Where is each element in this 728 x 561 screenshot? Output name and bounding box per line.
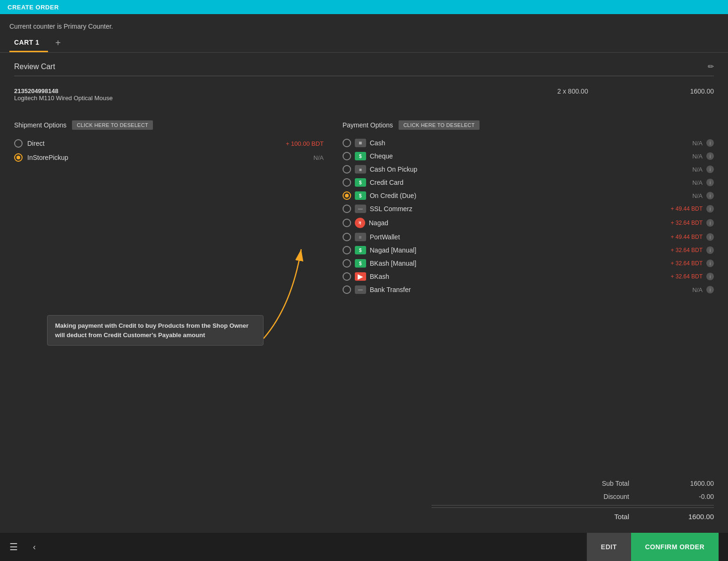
bottom-left: ☰ ‹ (9, 540, 41, 554)
cc-icon: $ (355, 178, 366, 187)
payment-label-oncredit: On Credit (Due) (370, 192, 680, 199)
payment-option-ssl[interactable]: — SSL Commerz + 49.44 BDT i (343, 202, 714, 215)
total-label: Total (614, 513, 629, 521)
payment-option-bkash-manual[interactable]: $ BKash [Manual] + 32.64 BDT i (343, 257, 714, 270)
shipment-radio-direct[interactable] (14, 139, 23, 148)
payment-option-nagad-manual[interactable]: $ Nagad [Manual] + 32.64 BDT i (343, 244, 714, 257)
payment-label-cash: Cash (370, 139, 680, 147)
discount-label: Discount (604, 493, 629, 500)
total-value: 1600.00 (657, 513, 714, 521)
payment-radio-cc[interactable] (343, 178, 351, 187)
payment-radio-nagad-manual[interactable] (343, 246, 351, 254)
payment-price-nagad: + 32.64 BDT (660, 220, 703, 226)
shipment-label-instorepickup: InStorePickup (27, 154, 291, 161)
bank-info-icon[interactable]: i (706, 286, 714, 293)
cart-item-qty: 2 x 800.00 (526, 87, 620, 95)
payment-option-bank[interactable]: — Bank Transfer N/A i (343, 283, 714, 296)
review-cart-header: Review Cart ✏ (14, 62, 714, 76)
payment-option-cash[interactable]: ■ Cash N/A i (343, 136, 714, 150)
payment-label-cop: Cash On Pickup (370, 166, 680, 173)
tab-cart1[interactable]: CART 1 (9, 34, 48, 52)
portwallet-info-icon[interactable]: i (706, 233, 714, 241)
tab-add-button[interactable]: + (52, 36, 65, 50)
confirm-order-button[interactable]: CONFIRM ORDER (631, 533, 719, 561)
shipment-label-direct: Direct (27, 140, 263, 147)
payment-label-cheque: Cheque (370, 152, 680, 160)
tooltip-box: Making payment with Credit to buy Produc… (47, 315, 264, 346)
cheque-icon: $ (355, 152, 366, 160)
options-section: Shipment Options CLICK HERE TO DESELECT … (14, 120, 714, 296)
payment-title: Payment Options (343, 121, 393, 129)
payment-radio-cop[interactable] (343, 165, 351, 174)
discount-value: -0.00 (657, 493, 714, 500)
shipment-deselect-button[interactable]: CLICK HERE TO DESELECT (72, 120, 153, 130)
payment-option-oncredit[interactable]: $ On Credit (Due) N/A i (343, 189, 714, 202)
payment-radio-nagad[interactable] (343, 219, 351, 227)
payment-option-nagad[interactable]: ন Nagad + 32.64 BDT i (343, 215, 714, 230)
cash-icon: ■ (355, 139, 366, 147)
payment-radio-bank[interactable] (343, 285, 351, 294)
payment-radio-cheque[interactable] (343, 152, 351, 160)
payment-label-cc: Credit Card (370, 179, 680, 186)
payment-label-nagad-manual: Nagad [Manual] (370, 246, 656, 254)
cart-item-info: 2135204998148 Logitech M110 Wired Optica… (14, 87, 526, 102)
shipment-price-instorepickup: N/A (296, 154, 324, 161)
bottom-bar: ☰ ‹ EDIT CONFIRM ORDER (0, 533, 728, 561)
payment-option-cheque[interactable]: $ Cheque N/A i (343, 150, 714, 163)
payment-price-portwallet: + 49.44 BDT (660, 234, 703, 240)
cart-item-row: 2135204998148 Logitech M110 Wired Optica… (14, 84, 714, 109)
payment-price-ssl: + 49.44 BDT (660, 205, 703, 212)
payment-price-bkash-manual: + 32.64 BDT (660, 260, 703, 267)
payment-radio-bkash[interactable] (343, 272, 351, 281)
shipment-title: Shipment Options (14, 121, 66, 129)
top-bar: CREATE ORDER (0, 0, 728, 14)
shipment-header: Shipment Options CLICK HERE TO DESELECT (14, 120, 324, 130)
ssl-icon: — (355, 205, 366, 213)
payment-radio-oncredit[interactable] (343, 191, 351, 200)
back-icon[interactable]: ‹ (27, 540, 41, 554)
cc-info-icon[interactable]: i (706, 179, 714, 186)
bkash-manual-info-icon[interactable]: i (706, 260, 714, 267)
cheque-info-icon[interactable]: i (706, 152, 714, 160)
bottom-right: EDIT CONFIRM ORDER (587, 533, 719, 561)
subtotal-label: Sub Total (602, 480, 629, 487)
payment-radio-portwallet[interactable] (343, 233, 351, 241)
bkash-manual-icon: $ (355, 259, 366, 268)
payment-label-bank: Bank Transfer (370, 286, 680, 293)
payment-label-ssl: SSL Commerz (370, 205, 656, 213)
shipment-section: Shipment Options CLICK HERE TO DESELECT … (14, 120, 324, 296)
ssl-info-icon[interactable]: i (706, 205, 714, 213)
payment-option-cc[interactable]: $ Credit Card N/A i (343, 176, 714, 189)
payment-option-bkash[interactable]: ▶ BKash + 32.64 BDT i (343, 270, 714, 283)
cash-info-icon[interactable]: i (706, 139, 714, 147)
shipment-option-instorepickup[interactable]: InStorePickup N/A (14, 150, 324, 165)
payment-radio-bkash-manual[interactable] (343, 259, 351, 268)
tab-cart1-label: CART 1 (14, 39, 40, 46)
total-row: Total 1600.00 (432, 507, 714, 523)
cop-info-icon[interactable]: i (706, 166, 714, 173)
payment-radio-ssl[interactable] (343, 205, 351, 213)
payment-label-portwallet: PortWallet (370, 233, 656, 241)
payment-label-bkash-manual: BKash [Manual] (370, 260, 656, 267)
nagad-manual-info-icon[interactable]: i (706, 246, 714, 254)
oncredit-info-icon[interactable]: i (706, 192, 714, 199)
payment-option-portwallet[interactable]: ≡ PortWallet + 49.44 BDT i (343, 230, 714, 244)
nagad-info-icon[interactable]: i (706, 219, 714, 227)
cart-item-name: Logitech M110 Wired Optical Mouse (14, 95, 526, 102)
bkash-info-icon[interactable]: i (706, 273, 714, 280)
cop-icon: ■ (355, 165, 366, 174)
payment-header: Payment Options CLICK HERE TO DESELECT (343, 120, 714, 130)
payment-radio-cash[interactable] (343, 139, 351, 147)
tab-bar: CART 1 + (0, 34, 728, 53)
payment-option-cop[interactable]: ■ Cash On Pickup N/A i (343, 163, 714, 176)
shipment-radio-instorepickup[interactable] (14, 153, 23, 162)
payment-price-nagad-manual: + 32.64 BDT (660, 247, 703, 253)
payment-deselect-button[interactable]: CLICK HERE TO DESELECT (399, 120, 480, 130)
tooltip-text: Making payment with Credit to buy Produc… (55, 322, 248, 339)
payment-label-bkash: BKash (370, 273, 656, 280)
edit-button[interactable]: EDIT (587, 533, 631, 561)
portwallet-icon: ≡ (355, 233, 366, 241)
review-cart-edit-icon[interactable]: ✏ (708, 62, 714, 71)
hamburger-icon[interactable]: ☰ (9, 541, 18, 553)
shipment-option-direct[interactable]: Direct + 100.00 BDT (14, 136, 324, 150)
